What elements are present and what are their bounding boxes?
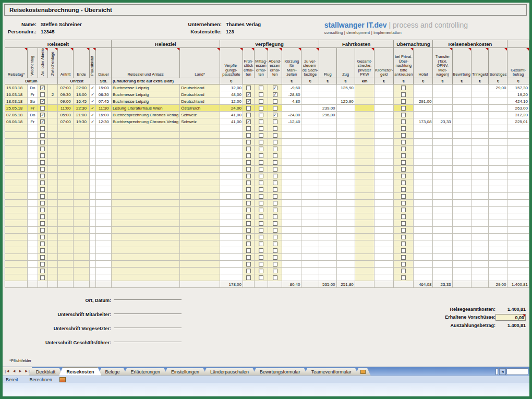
cell-fruehstueck[interactable]: [243, 186, 254, 193]
fruehstueck-checkbox[interactable]: [246, 180, 251, 185]
an-abreise-checkbox[interactable]: [40, 160, 45, 165]
cell-land[interactable]: [180, 186, 220, 193]
cell-bewirtung[interactable]: [452, 166, 471, 173]
cell-plausibilitaet[interactable]: [89, 146, 96, 152]
cell-an-abreise[interactable]: [38, 146, 47, 152]
cell-zwischentage[interactable]: [47, 146, 57, 152]
cell-wochentag[interactable]: [28, 125, 38, 132]
cell-fruehstueck[interactable]: [243, 207, 254, 213]
an-abreise-checkbox[interactable]: [40, 180, 45, 185]
cell-gesamtbetrag[interactable]: [507, 132, 529, 139]
cell-antritt[interactable]: [57, 254, 73, 261]
privat-uebernachtung-checkbox[interactable]: [401, 126, 406, 131]
privat-uebernachtung-checkbox[interactable]: [401, 248, 406, 253]
cell-trinkgeld[interactable]: [471, 105, 489, 112]
cell-hotel[interactable]: [414, 240, 433, 247]
cell-verpflegungspauschale[interactable]: [220, 125, 243, 132]
cell-land[interactable]: [180, 227, 220, 234]
cell-gesamtbetrag[interactable]: [507, 213, 529, 220]
unterschrift-vorgesetzter-line[interactable]: [114, 322, 182, 328]
cell-mittagessen[interactable]: [255, 247, 268, 254]
cell-wochentag[interactable]: So: [28, 98, 38, 105]
cell-gesamtbetrag[interactable]: 157,30: [507, 84, 529, 91]
cell-sonstiges[interactable]: [489, 234, 507, 240]
cell-ende[interactable]: [74, 213, 89, 220]
cell-reiseziel-anlass[interactable]: [111, 132, 179, 139]
cell-dauer[interactable]: [96, 193, 111, 200]
cell-verpflegungspauschale[interactable]: [220, 193, 243, 200]
an-abreise-checkbox[interactable]: [40, 153, 45, 158]
cell-zug[interactable]: [336, 118, 355, 125]
cell-flug[interactable]: [319, 146, 336, 152]
cell-wochentag[interactable]: [28, 139, 38, 146]
cell-reiseziel-anlass[interactable]: [111, 234, 179, 240]
cell-kilometergeld[interactable]: [374, 213, 394, 220]
cell-kuerzung[interactable]: [282, 227, 301, 234]
mittagessen-checkbox[interactable]: [259, 262, 263, 267]
cell-mittagessen[interactable]: [255, 213, 268, 220]
cell-transfer[interactable]: [433, 91, 452, 98]
cell-zwischentage[interactable]: [47, 98, 57, 105]
cell-reiseziel-anlass[interactable]: Lesung Literaturhaus Wien: [111, 105, 179, 112]
fruehstueck-checkbox[interactable]: [246, 201, 251, 205]
cell-flug[interactable]: [319, 213, 336, 220]
cell-gesamtbetrag[interactable]: [507, 261, 529, 268]
cell-gesamtstrecke-pkw[interactable]: [355, 261, 374, 268]
cell-mittagessen[interactable]: [255, 159, 268, 166]
abendessen-checkbox[interactable]: [273, 99, 277, 104]
cell-mittagessen[interactable]: [255, 234, 268, 240]
cell-flug[interactable]: 296,00: [319, 112, 336, 118]
cell-land[interactable]: Deutschland: [180, 98, 220, 105]
cell-zug[interactable]: [336, 227, 355, 234]
cell-fruehstueck[interactable]: [243, 268, 254, 274]
cell-sachbezuege[interactable]: [301, 179, 319, 186]
cell-sonstiges[interactable]: [489, 213, 507, 220]
cell-sonstiges[interactable]: [489, 173, 507, 179]
cell-zug[interactable]: [336, 220, 355, 227]
cell-sachbezuege[interactable]: [301, 220, 319, 227]
cell-ende[interactable]: [74, 234, 89, 240]
fruehstueck-checkbox[interactable]: [246, 140, 251, 144]
cell-kuerzung[interactable]: [282, 125, 301, 132]
cell-ende[interactable]: 19:30: [74, 118, 89, 125]
kostenstelle-value[interactable]: 123: [226, 29, 234, 34]
tab-einstellungen[interactable]: Einstellungen: [164, 368, 207, 376]
cell-kilometergeld[interactable]: [374, 240, 394, 247]
cell-verpflegungspauschale[interactable]: [220, 274, 243, 281]
fruehstueck-checkbox[interactable]: ✓: [246, 119, 251, 124]
cell-an-abreise[interactable]: [38, 105, 47, 112]
cell-bewirtung[interactable]: [452, 173, 471, 179]
cell-privat-uebernachtung[interactable]: [394, 118, 414, 125]
cell-verpflegungspauschale[interactable]: [220, 173, 243, 179]
cell-antritt[interactable]: [57, 240, 73, 247]
cell-sachbezuege[interactable]: [301, 132, 319, 139]
cell-wochentag[interactable]: [28, 220, 38, 227]
cell-gesamtstrecke-pkw[interactable]: [355, 247, 374, 254]
cell-flug[interactable]: [319, 166, 336, 173]
cell-gesamtstrecke-pkw[interactable]: [355, 159, 374, 166]
cell-plausibilitaet[interactable]: [89, 268, 96, 274]
cell-privat-uebernachtung[interactable]: [394, 254, 414, 261]
cell-antritt[interactable]: [57, 268, 73, 274]
privat-uebernachtung-checkbox[interactable]: [401, 147, 406, 151]
cell-bewirtung[interactable]: [452, 159, 471, 166]
cell-transfer[interactable]: [433, 268, 452, 274]
cell-dauer[interactable]: [96, 234, 111, 240]
cell-transfer[interactable]: [433, 125, 452, 132]
cell-bewirtung[interactable]: [452, 139, 471, 146]
cell-reiseziel-anlass[interactable]: [111, 254, 179, 261]
an-abreise-checkbox[interactable]: [40, 126, 45, 131]
cell-an-abreise[interactable]: [38, 186, 47, 193]
cell-fruehstueck[interactable]: [243, 254, 254, 261]
cell-zug[interactable]: [336, 261, 355, 268]
cell-reisetag[interactable]: 25.05.18: [5, 105, 28, 112]
cell-privat-uebernachtung[interactable]: [394, 220, 414, 227]
cell-verpflegungspauschale[interactable]: [220, 207, 243, 213]
cell-wochentag[interactable]: [28, 186, 38, 193]
cell-bewirtung[interactable]: [452, 105, 471, 112]
cell-an-abreise[interactable]: [38, 213, 47, 220]
privat-uebernachtung-checkbox[interactable]: [401, 153, 406, 158]
privat-uebernachtung-checkbox[interactable]: [401, 167, 406, 172]
cell-trinkgeld[interactable]: [471, 247, 489, 254]
cell-kilometergeld[interactable]: [374, 118, 394, 125]
